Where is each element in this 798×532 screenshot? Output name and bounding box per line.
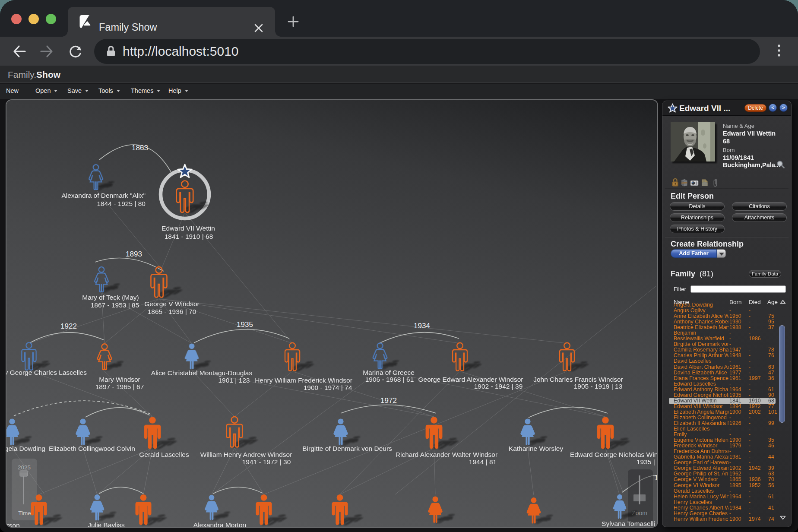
svg-text:Katharine Worsley: Katharine Worsley: [509, 445, 564, 452]
svg-text:1865 - 1936 | 70: 1865 - 1936 | 70: [148, 308, 196, 315]
svg-text:19: 19: [654, 474, 657, 482]
svg-text:1902 - 1942 | 39: 1902 - 1942 | 39: [474, 383, 523, 390]
svg-text:Henry George Charles Lascelles: Henry George Charles Lascelles: [6, 369, 87, 376]
svg-text:1841 - 1910 | 68: 1841 - 1910 | 68: [165, 233, 213, 240]
svg-text:1972: 1972: [380, 396, 397, 405]
svg-text:Alice Christabel Montagu-Dougl: Alice Christabel Montagu-Douglas: [151, 369, 253, 377]
svg-text:1906 - 1968 | 61: 1906 - 1968 | 61: [365, 376, 414, 383]
svg-text:Alexandra Morton: Alexandra Morton: [193, 521, 246, 527]
svg-text:Marina of Greece: Marina of Greece: [363, 369, 415, 376]
svg-text:Sylvana Tomaselli: Sylvana Tomaselli: [602, 520, 655, 527]
svg-text:Mary Windsor: Mary Windsor: [99, 376, 140, 383]
svg-text:1935: 1935: [237, 320, 253, 329]
svg-text:1901 | 123: 1901 | 123: [218, 377, 250, 384]
svg-text:Edward George Nicholas Windsor: Edward George Nicholas Windsor: [570, 451, 657, 458]
svg-text:erson: erson: [6, 522, 20, 527]
svg-text:1893: 1893: [126, 250, 142, 258]
svg-text:Birgitte of Denmark von Deurs: Birgitte of Denmark von Deurs: [302, 445, 392, 452]
svg-text:John Charles Francis Windsor: John Charles Francis Windsor: [533, 376, 623, 383]
svg-text:George V Windsor: George V Windsor: [144, 300, 200, 307]
svg-text:1844 - 1925 | 80: 1844 - 1925 | 80: [97, 200, 146, 207]
svg-text:1867 - 1953 | 85: 1867 - 1953 | 85: [91, 301, 139, 309]
svg-text:1935 | 90: 1935 | 90: [636, 458, 657, 466]
svg-text:George Edward Alexander Windso: George Edward Alexander Windsor: [418, 376, 523, 383]
svg-text:Mary of Teck (May): Mary of Teck (May): [82, 294, 139, 301]
svg-text:Edward VII Wettin: Edward VII Wettin: [162, 225, 215, 232]
svg-text:1863: 1863: [132, 144, 148, 152]
svg-text:2025: 2025: [18, 464, 31, 471]
svg-text:Angela Dowding: Angela Dowding: [6, 445, 45, 452]
svg-text:Gerald Lascelles: Gerald Lascelles: [139, 451, 189, 458]
svg-text:Henry William Frederick Windso: Henry William Frederick Windsor: [255, 377, 352, 384]
svg-text:William Henry Andrew Windsor: William Henry Andrew Windsor: [200, 451, 292, 458]
svg-text:1944 | 81: 1944 | 81: [469, 458, 497, 466]
svg-text:Alexandra of Denmark "Alix": Alexandra of Denmark "Alix": [62, 192, 146, 199]
svg-text:1905 - 1919 | 13: 1905 - 1919 | 13: [574, 383, 623, 390]
svg-text:1941 - 1972 | 30: 1941 - 1972 | 30: [242, 458, 291, 466]
svg-text:Julie Bayliss: Julie Bayliss: [88, 521, 125, 527]
svg-text:Time: Time: [18, 510, 31, 516]
svg-text:1934: 1934: [414, 322, 430, 330]
svg-text:Richard Alexander Walter Winds: Richard Alexander Walter Windsor: [396, 451, 497, 458]
svg-text:1922: 1922: [60, 322, 77, 330]
svg-text:Elizabeth Collingwood Colvin: Elizabeth Collingwood Colvin: [49, 445, 135, 452]
svg-text:1897 - 1965 | 67: 1897 - 1965 | 67: [95, 383, 144, 390]
svg-text:1900 - 1974 | 74: 1900 - 1974 | 74: [304, 384, 352, 391]
